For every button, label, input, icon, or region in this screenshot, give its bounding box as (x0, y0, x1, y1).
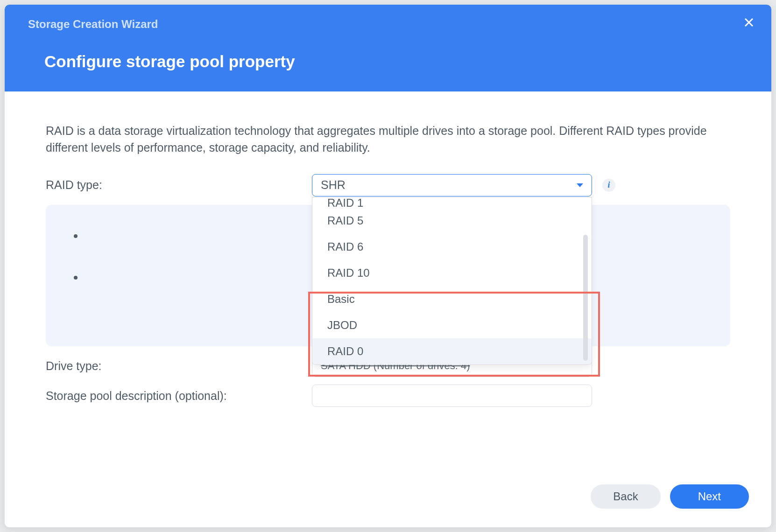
dropdown-item-raid6[interactable]: RAID 6 (312, 234, 592, 260)
chevron-down-icon (577, 183, 583, 187)
close-icon (743, 17, 755, 28)
header-subtitle: Configure storage pool property (44, 52, 748, 71)
dropdown-item-raid10[interactable]: RAID 10 (312, 260, 592, 286)
dropdown-item-jbod[interactable]: JBOD (312, 312, 592, 338)
wizard-footer: Back Next (5, 473, 771, 527)
raid-type-select[interactable]: SHR (312, 174, 592, 196)
raid-type-label: RAID type: (46, 178, 312, 192)
back-button[interactable]: Back (591, 484, 660, 509)
description-label: Storage pool description (optional): (46, 389, 312, 403)
next-button[interactable]: Next (670, 484, 749, 509)
description-input-wrapper (312, 385, 592, 407)
close-button[interactable] (743, 17, 755, 30)
dropdown-item-raid1[interactable]: RAID 1 (312, 198, 592, 208)
raid-info-button[interactable]: i (602, 179, 615, 192)
dropdown-item-raid5[interactable]: RAID 5 (312, 208, 592, 234)
drive-type-label: Drive type: (46, 359, 312, 373)
wizard-window: Storage Creation Wizard Configure storag… (5, 5, 771, 527)
dropdown-scrollbar[interactable] (583, 235, 588, 361)
raid-description: RAID is a data storage virtualization te… (46, 122, 730, 156)
header-title: Storage Creation Wizard (28, 18, 748, 31)
dropdown-item-basic[interactable]: Basic (312, 286, 592, 312)
dropdown-item-raid0[interactable]: RAID 0 (312, 338, 592, 364)
description-input[interactable] (312, 385, 592, 407)
description-row: Storage pool description (optional): (46, 385, 730, 407)
raid-type-select-wrapper: SHR RAID 1 RAID 5 RAID 6 RAID 10 Basic J… (312, 174, 592, 196)
raid-type-dropdown[interactable]: RAID 1 RAID 5 RAID 6 RAID 10 Basic JBOD … (312, 197, 592, 365)
raid-type-row: RAID type: SHR RAID 1 RAID 5 RAID 6 RAID… (46, 174, 730, 196)
wizard-header: Storage Creation Wizard Configure storag… (5, 5, 771, 91)
raid-type-selected-value: SHR (321, 178, 346, 192)
wizard-body: RAID is a data storage virtualization te… (5, 91, 771, 473)
info-icon: i (607, 180, 610, 190)
